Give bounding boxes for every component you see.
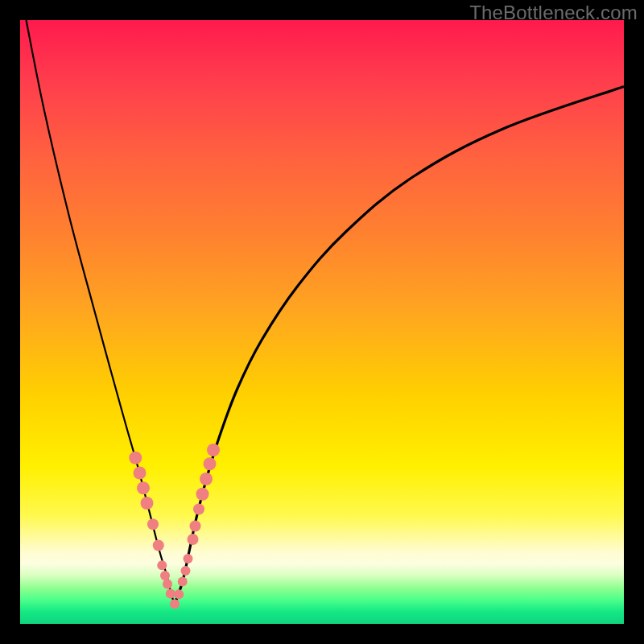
marker-point — [204, 457, 217, 470]
marker-point — [190, 521, 201, 532]
marker-point — [137, 481, 150, 494]
watermark-text: TheBottleneck.com — [469, 2, 638, 24]
marker-point — [178, 577, 188, 587]
marker-point — [207, 444, 220, 456]
marker-point — [193, 504, 204, 515]
marker-point — [166, 589, 175, 599]
marker-point — [157, 560, 167, 570]
chart-svg — [20, 20, 624, 624]
marker-point — [196, 488, 209, 501]
chart-area — [20, 20, 624, 624]
marker-point — [188, 534, 199, 545]
marker-point — [184, 554, 193, 564]
marker-point — [153, 540, 164, 551]
marker-point — [134, 467, 147, 480]
marker-group — [129, 444, 220, 609]
curve-right-branch — [175, 87, 624, 605]
marker-point — [181, 566, 191, 576]
marker-point — [141, 497, 154, 510]
marker-point — [174, 589, 184, 599]
marker-point — [129, 452, 142, 464]
curve-left-branch — [27, 20, 175, 604]
marker-point — [147, 518, 159, 530]
marker-point — [200, 473, 213, 485]
marker-point — [160, 571, 170, 580]
marker-point — [170, 599, 180, 609]
marker-point — [163, 580, 172, 589]
